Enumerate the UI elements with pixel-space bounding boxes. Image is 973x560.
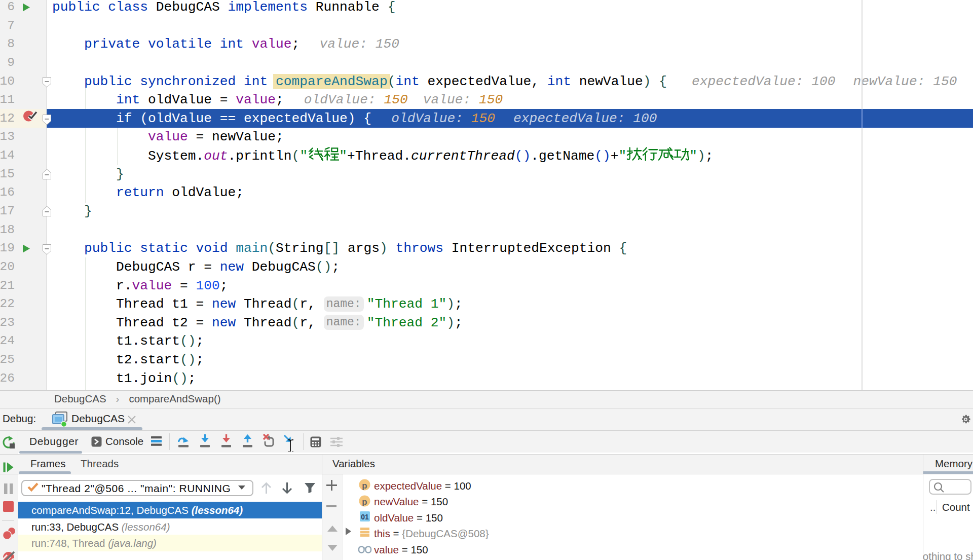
- svg-text:p: p: [362, 497, 367, 507]
- svg-text:p: p: [362, 481, 367, 491]
- svg-text:01: 01: [361, 513, 369, 521]
